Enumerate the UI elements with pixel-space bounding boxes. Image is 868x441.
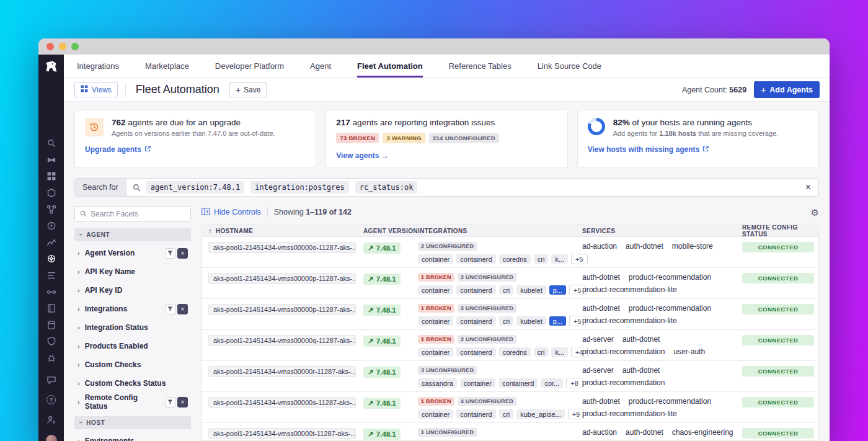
column-agent-version[interactable]: AGENT VERSION — [363, 228, 418, 234]
view-missing-hosts-link[interactable]: View hosts with missing agents — [588, 145, 709, 154]
tab-marketplace[interactable]: Marketplace — [145, 55, 189, 78]
sort-ascending-icon[interactable]: ↑ — [208, 227, 212, 234]
service-tag[interactable]: auth-dotnet — [622, 335, 660, 344]
network-map-icon[interactable] — [46, 205, 56, 215]
facet-section-host[interactable]: ›HOST — [74, 416, 191, 429]
facet-agent-version[interactable]: ›Agent Version× — [74, 244, 191, 262]
facet-clear-icon[interactable]: × — [177, 304, 188, 314]
table-row[interactable]: aks-pool1-21451434-vmss00000p-11287-aks-… — [202, 268, 818, 299]
integration-pill[interactable]: cri — [534, 254, 549, 264]
notebooks-icon[interactable] — [46, 303, 56, 313]
integration-pill[interactable]: containerd — [456, 254, 495, 264]
hostname-pill[interactable]: aks-pool1-21451434-vmss00000o-11287-aks-… — [208, 242, 356, 253]
hide-controls-button[interactable]: Hide Controls — [202, 208, 261, 217]
service-tag[interactable]: product-recommendation — [582, 378, 665, 387]
tab-reference-tables[interactable]: Reference Tables — [449, 55, 512, 78]
facet-filter-icon[interactable] — [165, 397, 175, 408]
views-button[interactable]: Views — [74, 82, 118, 97]
service-tag[interactable]: ad-auction — [582, 428, 617, 437]
service-tag[interactable]: auth-dotnet — [582, 397, 620, 406]
integration-pill[interactable]: container — [418, 409, 453, 419]
integration-pill-highlighted[interactable]: p... — [549, 285, 566, 295]
dashboards-icon[interactable] — [46, 171, 56, 181]
service-tag[interactable]: product-recommendation — [629, 304, 711, 313]
integration-pill[interactable]: coredns — [499, 347, 531, 357]
search-bar[interactable]: Search for agent_version:7.48.1integrati… — [74, 178, 819, 197]
facet-integrations[interactable]: ›Integrations× — [74, 300, 191, 318]
logs-icon[interactable] — [46, 270, 56, 280]
hostname-pill[interactable]: aks-pool1-21451434-vmss00000p-11287-aks-… — [208, 273, 356, 284]
service-tag[interactable]: product-recommendation-lite — [582, 409, 677, 418]
integration-pill[interactable]: containerd — [456, 347, 495, 357]
integration-pill[interactable]: cri — [499, 285, 514, 295]
hostname-pill[interactable]: aks-pool1-21451434-vmss00000p-11287-aks-… — [208, 304, 356, 315]
hostname-pill[interactable]: aks-pool1-21451434-vmss00000r-11287-aks-… — [208, 366, 356, 377]
service-tag[interactable]: auth-dotnet — [626, 242, 663, 251]
integration-more-pill[interactable]: +8 — [566, 378, 583, 388]
integration-pill[interactable]: kube_apise... — [516, 409, 564, 419]
clear-search-icon[interactable]: × — [805, 182, 811, 192]
service-tag[interactable]: auth-dotnet — [582, 304, 620, 313]
facet-clear-icon[interactable]: × — [177, 248, 188, 259]
agent-version-pill[interactable]: ↗7.48.1 — [363, 274, 401, 285]
column-integrations[interactable]: INTEGRATIONS — [418, 228, 467, 234]
search-token[interactable]: rc_status:ok — [355, 181, 418, 194]
integration-pill[interactable]: container — [418, 347, 453, 357]
integration-pill[interactable]: containerd — [456, 316, 495, 326]
integration-pill-highlighted[interactable]: p... — [549, 316, 566, 326]
chat-icon[interactable] — [46, 375, 56, 385]
add-agents-button[interactable]: + Add Agents — [754, 81, 820, 98]
column-remote-config-status[interactable]: REMOTE CONFIG STATUS — [742, 225, 818, 238]
service-tag[interactable]: chaos-engineering — [672, 428, 733, 437]
integration-pill[interactable]: container — [418, 316, 453, 326]
integration-pill[interactable]: k... — [551, 254, 568, 264]
agent-version-pill[interactable]: ↗7.48.1 — [363, 336, 401, 347]
service-tag[interactable]: product-recommendation — [582, 347, 665, 356]
integration-pill[interactable]: cri — [499, 409, 514, 419]
facet-products-enabled[interactable]: ›Products Enabled — [74, 337, 191, 355]
facet-search[interactable] — [74, 206, 191, 222]
service-tag[interactable]: product-recommendation-lite — [582, 285, 677, 294]
save-button[interactable]: + Save — [229, 82, 267, 97]
service-tag[interactable]: user-auth — [673, 347, 705, 356]
facet-custom-checks-status[interactable]: ›Custom Checks Status — [74, 374, 191, 393]
integration-pill[interactable]: cri — [534, 347, 549, 357]
integration-pill[interactable]: cri — [499, 316, 514, 326]
table-row[interactable]: aks-pool1-21451434-vmss00000t-11287-aks-… — [202, 423, 818, 441]
facet-custom-checks[interactable]: ›Custom Checks — [74, 355, 191, 374]
facet-section-agent[interactable]: ›AGENT — [74, 228, 191, 241]
metrics-icon[interactable] — [46, 238, 56, 247]
hostname-pill[interactable]: aks-pool1-21451434-vmss00000s-11287-aks-… — [208, 397, 356, 408]
service-tag[interactable]: ad-auction — [582, 242, 617, 251]
hostname-pill[interactable]: aks-pool1-21451434-vmss00000t-11287-aks-… — [208, 428, 356, 439]
fleet-automation-icon[interactable] — [46, 254, 56, 264]
integration-pill[interactable]: cassandra — [418, 378, 457, 388]
table-settings-gear-icon[interactable]: ⚙ — [811, 208, 819, 217]
search-token[interactable]: agent_version:7.48.1 — [146, 181, 245, 194]
security-icon[interactable] — [46, 336, 56, 346]
error-tracking-icon[interactable] — [46, 353, 56, 363]
window-titlebar[interactable] — [38, 38, 830, 55]
facet-api-key-name[interactable]: ›API Key Name — [74, 262, 191, 281]
facet-api-key-id[interactable]: ›API Key ID — [74, 281, 191, 300]
tab-fleet-automation[interactable]: Fleet Automation — [357, 55, 423, 78]
close-window-button[interactable] — [46, 43, 54, 50]
service-tag[interactable]: ad-server — [582, 335, 614, 344]
facet-remote-config-status[interactable]: ›Remote Config Status× — [74, 393, 191, 411]
tab-link-source-code[interactable]: Link Source Code — [538, 55, 601, 78]
service-tag[interactable]: product-recommendation-lite — [582, 316, 677, 325]
integration-pill[interactable]: container — [418, 285, 453, 295]
integration-pill[interactable]: containerd — [456, 409, 495, 419]
upgrade-agents-link[interactable]: Upgrade agents — [85, 145, 151, 154]
watchdog-icon[interactable] — [46, 155, 56, 165]
integration-pill[interactable]: container — [418, 254, 453, 264]
column-hostname[interactable]: HOSTNAME — [216, 228, 253, 234]
service-tag[interactable]: auth-dotnet — [622, 366, 660, 375]
database-monitoring-icon[interactable] — [46, 320, 56, 330]
integration-pill[interactable]: kubelet — [516, 285, 546, 295]
facet-filter-icon[interactable] — [165, 248, 175, 259]
integration-pill[interactable]: coredns — [499, 254, 531, 264]
agent-version-pill[interactable]: ↗7.48.1 — [363, 398, 401, 409]
integration-pill[interactable]: containerd — [498, 378, 538, 388]
service-tag[interactable]: ad-server — [582, 366, 614, 375]
